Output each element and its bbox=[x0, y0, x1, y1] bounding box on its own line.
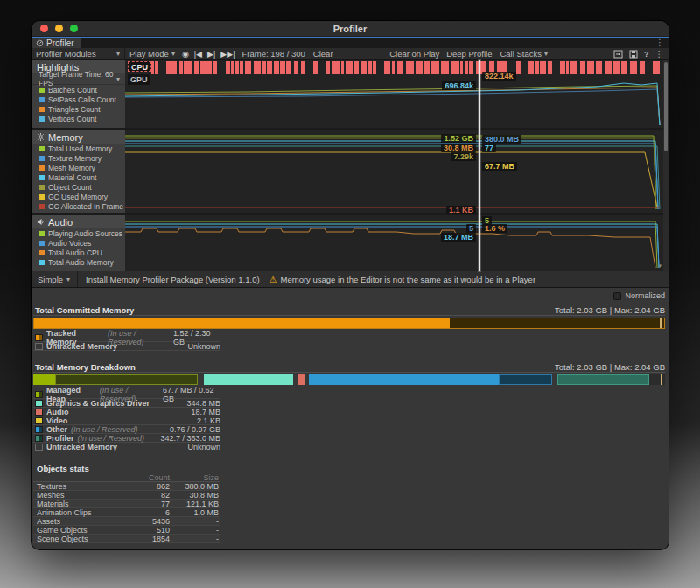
call-stacks-label: Call Stacks bbox=[500, 49, 542, 59]
legend-label: Video bbox=[46, 416, 67, 425]
gpu-chart-badge[interactable]: GPU bbox=[128, 74, 150, 85]
legend-item-playing-audio-sources[interactable]: Playing Audio Sources bbox=[32, 228, 125, 238]
legend-swatch bbox=[39, 260, 45, 265]
memory-breakdown-header: Total Memory Breakdown Total: 2.03 GB | … bbox=[33, 361, 665, 373]
segment-profiler[interactable] bbox=[557, 374, 649, 385]
clear-on-play-toggle[interactable]: Clear on Play bbox=[386, 49, 443, 59]
memory-legend-row-other: Other(In use / Reserved)0.76 / 0.97 GB bbox=[33, 425, 220, 434]
object-size-value: - bbox=[170, 535, 220, 543]
next-frame-button[interactable]: ▶| bbox=[205, 50, 218, 59]
size-column-header: Size bbox=[170, 473, 220, 482]
legend-note: (In use / Reserved) bbox=[78, 434, 145, 443]
charts-scrollbar-thumb[interactable] bbox=[664, 62, 668, 151]
view-mode-label: Simple bbox=[38, 275, 63, 284]
segment-audio[interactable] bbox=[298, 374, 304, 385]
audio-chart[interactable] bbox=[125, 215, 663, 271]
legend-value: 0.76 / 0.97 GB bbox=[170, 425, 220, 434]
legend-item-total-used-memory[interactable]: Total Used Memory bbox=[32, 144, 125, 153]
close-window-button[interactable] bbox=[40, 24, 48, 32]
clear-button[interactable]: Clear bbox=[310, 48, 337, 60]
legend-item-texture-memory[interactable]: Texture Memory bbox=[32, 153, 125, 163]
tab-menu-kebab-icon[interactable]: ⋮ bbox=[655, 38, 664, 47]
highlights-chart[interactable]: CPU GPU bbox=[125, 60, 663, 128]
segment-graphics[interactable] bbox=[204, 374, 294, 385]
legend-value: 342.7 / 363.0 MB bbox=[160, 434, 220, 443]
profiler-toolbar: Profiler Modules ▾ Play Mode ▾ ◉ |◀ ▶| ▶… bbox=[32, 48, 668, 60]
target-frame-time-dropdown[interactable]: Target Frame Time: 60 FPS▾ bbox=[32, 74, 125, 85]
call-stacks-dropdown[interactable]: Call Stacks ▾ bbox=[495, 49, 552, 59]
legend-item-total-audio-cpu[interactable]: Total Audio CPU bbox=[32, 248, 125, 257]
minimize-window-button[interactable] bbox=[55, 24, 63, 32]
legend-swatch bbox=[39, 204, 45, 209]
tabbar: Profiler ⋮ bbox=[32, 37, 668, 48]
legend-item-gc-allocated-in-frame[interactable]: GC Allocated In Frame bbox=[32, 201, 125, 211]
object-count-value: 82 bbox=[130, 491, 170, 500]
legend-label: Profiler bbox=[46, 434, 74, 443]
objects-stats-row-textures: Textures862380.0 MB bbox=[33, 482, 220, 491]
legend-label: Total Audio CPU bbox=[48, 248, 102, 257]
legend-swatch bbox=[35, 417, 43, 424]
legend-swatch bbox=[35, 343, 43, 350]
legend-label: Other bbox=[46, 425, 67, 434]
legend-label: Total Used Memory bbox=[48, 144, 112, 153]
legend-item-triangles-count[interactable]: Triangles Count bbox=[32, 104, 125, 114]
module-header-audio[interactable]: Audio bbox=[32, 215, 125, 228]
charts-plot-area[interactable]: CPU GPU bbox=[125, 60, 663, 271]
record-button[interactable]: ◉ bbox=[179, 50, 192, 59]
legend-note: (In use / Reserved) bbox=[71, 425, 138, 434]
profiler-modules-dropdown[interactable]: Profiler Modules ▾ bbox=[32, 48, 125, 60]
legend-item-vertices-count[interactable]: Vertices Count bbox=[32, 114, 125, 123]
play-mode-label: Play Mode bbox=[130, 49, 169, 59]
committed-memory-bar[interactable] bbox=[33, 318, 665, 329]
deep-profile-toggle[interactable]: Deep Profile bbox=[443, 49, 495, 59]
legend-item-setpass-calls-count[interactable]: SetPass Calls Count bbox=[32, 94, 125, 104]
window-title: Profiler bbox=[32, 24, 668, 34]
tab-profiler[interactable]: Profiler bbox=[32, 38, 81, 48]
charts-scrollbar[interactable] bbox=[663, 60, 668, 271]
cpu-chart-badge[interactable]: CPU bbox=[128, 61, 151, 72]
help-icon[interactable]: ? bbox=[644, 50, 649, 59]
legend-item-material-count[interactable]: Material Count bbox=[32, 172, 125, 182]
segment-managed-heap-reserved[interactable] bbox=[55, 374, 198, 385]
legend-label: Untracked Memory bbox=[46, 443, 117, 452]
legend-swatch bbox=[39, 165, 45, 171]
save-profile-icon[interactable] bbox=[629, 50, 638, 59]
segment-managed-heap-used[interactable] bbox=[33, 374, 55, 385]
zoom-window-button[interactable] bbox=[70, 24, 78, 32]
object-size-value: - bbox=[170, 526, 220, 535]
previous-frame-button[interactable]: |◀ bbox=[192, 50, 205, 59]
selected-frame-line[interactable] bbox=[479, 60, 480, 271]
memory-chart[interactable] bbox=[125, 130, 663, 213]
install-memory-profiler-button[interactable]: Install Memory Profiler Package (Version… bbox=[78, 275, 268, 284]
objects-stats-row-materials: Materials77121.1 KB bbox=[33, 500, 220, 508]
legend-item-total-audio-memory[interactable]: Total Audio Memory bbox=[32, 257, 125, 267]
last-frame-button[interactable]: ▶▶| bbox=[218, 50, 237, 59]
legend-item-object-count[interactable]: Object Count bbox=[32, 182, 125, 192]
chart-corner-menu-icon[interactable]: ▾ bbox=[658, 262, 662, 270]
toolbar-right-group: Clear on Play Deep Profile Call Stacks ▾… bbox=[386, 49, 668, 59]
load-profile-icon[interactable] bbox=[613, 50, 623, 59]
legend-item-mesh-memory[interactable]: Mesh Memory bbox=[32, 163, 125, 172]
legend-label: Total Audio Memory bbox=[48, 258, 114, 267]
legend-item-audio-voices[interactable]: Audio Voices bbox=[32, 238, 125, 248]
objects-stats-title: Objects stats bbox=[33, 464, 665, 473]
legend-swatch bbox=[39, 107, 45, 112]
module-header-memory[interactable]: Memory bbox=[32, 130, 125, 144]
context-menu-kebab-icon[interactable]: ⋮ bbox=[655, 49, 664, 59]
legend-swatch bbox=[35, 435, 43, 442]
module-title: Memory bbox=[48, 132, 83, 143]
segment-other-used[interactable] bbox=[309, 374, 499, 385]
view-mode-dropdown[interactable]: Simple ▾ bbox=[32, 271, 77, 287]
memory-legend-row-video: Video2.1 KB bbox=[33, 416, 220, 425]
object-size-value: 1.0 MB bbox=[170, 508, 220, 517]
objects-stats-section: Objects stats Count Size Textures862380.… bbox=[33, 464, 665, 550]
legend-item-gc-used-memory[interactable]: GC Used Memory bbox=[32, 192, 125, 201]
breakdown-bar[interactable] bbox=[33, 374, 665, 385]
play-mode-dropdown[interactable]: Play Mode ▾ bbox=[125, 48, 179, 60]
committed-legend: Tracked Memory(In use / Reserved)1.52 / … bbox=[33, 333, 220, 351]
object-size-value: 30.8 MB bbox=[170, 491, 220, 500]
normalized-checkbox[interactable] bbox=[613, 292, 621, 300]
segment-other-reserved[interactable] bbox=[499, 374, 552, 385]
objects-stats-row-animation-clips: Animation Clips61.0 MB bbox=[33, 508, 220, 517]
legend-label: Material Count bbox=[48, 173, 96, 182]
